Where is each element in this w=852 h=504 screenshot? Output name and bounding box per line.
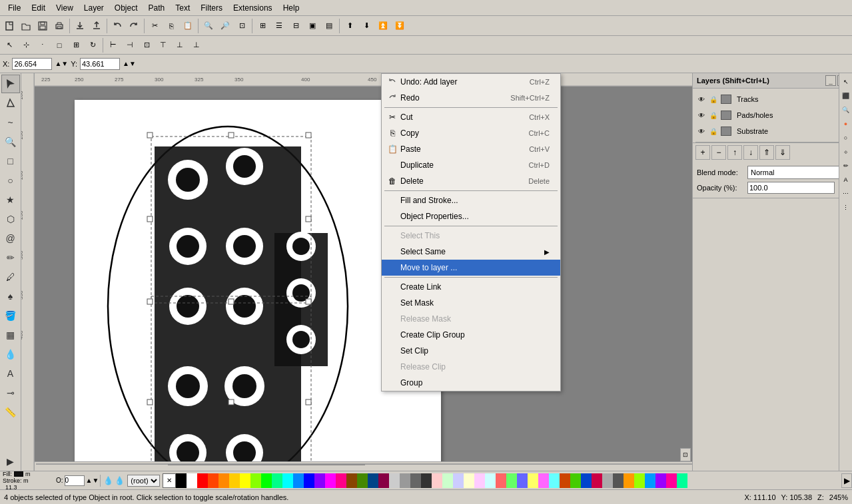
- layer-pads-lock[interactable]: 🔒: [709, 111, 718, 120]
- menu-copy[interactable]: ⎘ Copy Ctrl+C: [382, 125, 560, 141]
- save-button[interactable]: [35, 18, 51, 34]
- re-circle-btn[interactable]: ●: [840, 118, 852, 130]
- re-node-btn[interactable]: ⬛: [840, 90, 852, 102]
- align-button[interactable]: ☰: [271, 18, 287, 34]
- connector-tool-btn[interactable]: ⊸: [1, 383, 20, 402]
- raise-layer-top-btn[interactable]: ⇑: [759, 145, 774, 160]
- transform-button[interactable]: ⊞: [254, 18, 270, 34]
- palette-color-swatch[interactable]: [613, 473, 624, 488]
- palette-color-swatch[interactable]: [218, 473, 229, 488]
- zoom-out-button[interactable]: 🔎: [217, 18, 233, 34]
- palette-color-swatch[interactable]: [272, 473, 282, 488]
- menu-filters[interactable]: Filters: [195, 2, 228, 14]
- undo-button[interactable]: [109, 18, 125, 34]
- cut-button[interactable]: ✂: [147, 18, 163, 34]
- palette-color-swatch[interactable]: [378, 473, 389, 488]
- calligraphy-btn[interactable]: ♠: [1, 287, 20, 306]
- palette-color-swatch[interactable]: [581, 473, 592, 488]
- align-left[interactable]: ⊢: [105, 37, 121, 53]
- menu-duplicate[interactable]: Duplicate Ctrl+D: [382, 157, 560, 173]
- rotate-snap[interactable]: ↻: [85, 37, 101, 53]
- menu-help[interactable]: Help: [278, 2, 305, 14]
- pencil-tool-btn[interactable]: ✏: [1, 248, 20, 267]
- palette-color-swatch[interactable]: [485, 473, 496, 488]
- lower-layer-bottom-btn[interactable]: ⇓: [775, 145, 790, 160]
- eyedropper-btn[interactable]: 💧: [1, 345, 20, 364]
- menu-move-to-layer[interactable]: Move to layer ...: [382, 260, 560, 276]
- canvas-container[interactable]: 225 250 275 300 325 350 400 450 100 150 …: [21, 73, 692, 471]
- import-button[interactable]: [72, 18, 88, 34]
- y-input[interactable]: [80, 58, 120, 70]
- lower-layer-btn[interactable]: ↓: [743, 145, 758, 160]
- palette-color-swatch[interactable]: [346, 473, 357, 488]
- ungroup-button[interactable]: ▤: [321, 18, 337, 34]
- menu-file[interactable]: File: [3, 2, 26, 14]
- palette-color-swatch[interactable]: [496, 473, 506, 488]
- palette-color-swatch[interactable]: [389, 473, 400, 488]
- fill-swatch[interactable]: [14, 471, 23, 477]
- palette-color-swatch[interactable]: [240, 473, 250, 488]
- layer-tracks-lock[interactable]: 🔒: [709, 95, 718, 104]
- palette-color-swatch[interactable]: [453, 473, 464, 488]
- re-select-btn[interactable]: ↖: [840, 76, 852, 88]
- open-button[interactable]: [18, 18, 34, 34]
- palette-color-swatch[interactable]: [464, 473, 474, 488]
- layer-pads[interactable]: 👁 🔒 Pads/holes: [693, 107, 852, 123]
- menu-path[interactable]: Path: [143, 2, 171, 14]
- zoom-canvas-ctrl[interactable]: ⊡: [680, 448, 691, 461]
- blend-select[interactable]: Normal Multiply Screen Overlay: [747, 166, 848, 179]
- node-tool-btn[interactable]: [1, 94, 20, 113]
- pen-tool-btn[interactable]: 🖊: [1, 268, 20, 286]
- root-dropdown[interactable]: (root): [127, 475, 160, 487]
- palette-color-swatch[interactable]: [314, 473, 325, 488]
- palette-color-swatch[interactable]: [645, 473, 655, 488]
- menu-release-mask[interactable]: Release Mask: [382, 311, 560, 327]
- menu-text[interactable]: Text: [170, 2, 195, 14]
- distribute-button[interactable]: ⊟: [288, 18, 304, 34]
- align-center-v[interactable]: ⊥: [172, 37, 188, 53]
- palette-color-swatch[interactable]: [261, 473, 272, 488]
- snap-nodes[interactable]: ⋅: [35, 37, 51, 53]
- x-input[interactable]: [12, 58, 52, 70]
- menu-select-this[interactable]: Select This: [382, 228, 560, 244]
- menu-fill-stroke[interactable]: Fill and Stroke...: [382, 192, 560, 208]
- re-path-btn[interactable]: ⟐: [840, 146, 852, 158]
- align-bottom[interactable]: ⊥: [189, 37, 205, 53]
- menu-object[interactable]: Object: [109, 2, 143, 14]
- spiral-tool-btn[interactable]: @: [1, 229, 20, 248]
- palette-color-swatch[interactable]: [528, 473, 538, 488]
- palette-color-swatch[interactable]: [229, 473, 240, 488]
- menu-object-properties[interactable]: Object Properties...: [382, 208, 560, 224]
- snap-bbox[interactable]: □: [51, 37, 67, 53]
- add-layer-btn[interactable]: +: [695, 145, 710, 160]
- raise-layer-btn[interactable]: ↑: [727, 145, 742, 160]
- re-dots-btn[interactable]: ⋯: [840, 188, 852, 200]
- snap-guide[interactable]: ⊞: [68, 37, 84, 53]
- ellipse-tool-btn[interactable]: ○: [1, 171, 20, 190]
- menu-release-clip[interactable]: Release Clip: [382, 359, 560, 375]
- palette-color-swatch[interactable]: [208, 473, 218, 488]
- menu-select-same[interactable]: Select Same ▶: [382, 244, 560, 260]
- lower-button[interactable]: ⬇: [358, 18, 374, 34]
- palette-color-swatch[interactable]: [282, 473, 293, 488]
- palette-color-swatch[interactable]: [368, 473, 378, 488]
- menu-paste[interactable]: 📋 Paste Ctrl+V: [382, 141, 560, 157]
- print-button[interactable]: [51, 18, 67, 34]
- re-dot2-btn[interactable]: ⋮: [840, 202, 852, 214]
- palette-scroll-right[interactable]: ▶: [841, 473, 852, 488]
- align-center-h[interactable]: ⊣: [122, 37, 138, 53]
- layer-tracks-visibility[interactable]: 👁: [697, 95, 706, 104]
- palette-color-swatch[interactable]: [187, 473, 197, 488]
- copy-button[interactable]: ⎘: [163, 18, 179, 34]
- opacity-quick-input[interactable]: [65, 475, 85, 486]
- palette-color-swatch[interactable]: [666, 473, 677, 488]
- menu-create-clip-group[interactable]: Create Clip Group: [382, 327, 560, 343]
- re-pen-btn[interactable]: ✏: [840, 160, 852, 172]
- new-button[interactable]: [1, 18, 17, 34]
- palette-color-swatch[interactable]: [677, 473, 687, 488]
- layer-substrate-lock[interactable]: 🔒: [709, 126, 718, 136]
- layer-substrate-visibility[interactable]: 👁: [697, 126, 706, 136]
- palette-color-swatch[interactable]: [197, 473, 208, 488]
- align-right[interactable]: ⊡: [139, 37, 155, 53]
- menu-view[interactable]: View: [51, 2, 79, 14]
